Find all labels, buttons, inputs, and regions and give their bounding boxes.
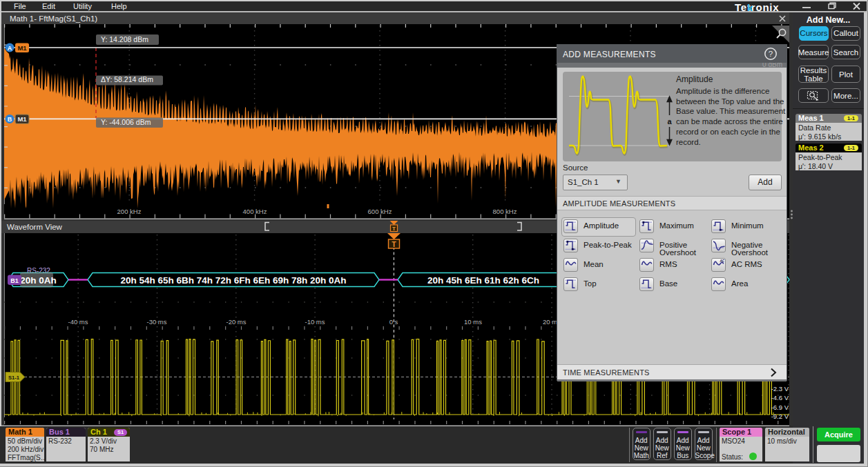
svg-text:AC: AC [720, 259, 725, 263]
svg-text:a: a [667, 117, 672, 126]
svg-text:?: ? [769, 50, 773, 58]
